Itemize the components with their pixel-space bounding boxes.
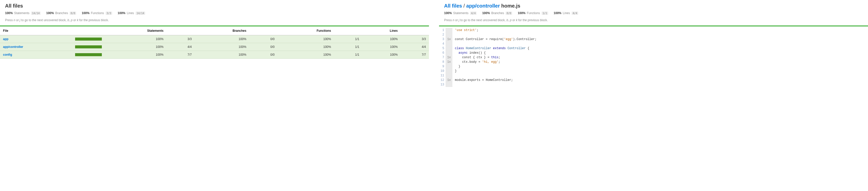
branches-frac: 0/0	[249, 43, 278, 51]
col-lines[interactable]: Lines	[363, 27, 401, 35]
functions-pct: 100%	[278, 35, 334, 43]
stats-line: 100% Statements 14/14 100% Branches 0/0 …	[5, 11, 424, 15]
table-row: app/controller100%4/4100%0/0100%1/1100%4…	[0, 43, 429, 51]
col-chart	[72, 27, 105, 35]
stat-functions: 100% Functions 3/3	[82, 11, 112, 15]
statements-frac: 3/3	[166, 35, 195, 43]
lines-pct: 100%	[363, 43, 401, 51]
lines-frac: 7/7	[401, 51, 429, 59]
coverage-file-panel: All files / app/controller home.js 100% …	[439, 0, 868, 87]
breadcrumb-root[interactable]: All files	[444, 3, 462, 8]
page-title: All files	[5, 3, 424, 9]
breadcrumb-file: home.js	[501, 3, 521, 8]
chart-cell	[72, 35, 105, 43]
breadcrumb: All files / app/controller home.js	[444, 3, 863, 9]
stat-statements: 100% Statements 4/4	[444, 11, 476, 15]
coverage-bar-fill	[75, 45, 102, 49]
statements-frac: 7/7	[166, 51, 195, 59]
lines-pct: 100%	[363, 51, 401, 59]
branches-pct: 100%	[195, 43, 249, 51]
statements-pct: 100%	[105, 35, 166, 43]
coverage-summary-panel: All files 100% Statements 14/14 100% Bra…	[0, 0, 429, 87]
keyboard-hint: Press n or j to go to the next uncovered…	[5, 19, 424, 22]
keyboard-hint: Press n or j to go to the next uncovered…	[444, 19, 863, 22]
functions-frac: 1/1	[334, 51, 362, 59]
chart-cell	[72, 51, 105, 59]
stat-lines: 100% Lines 14/14	[118, 11, 145, 15]
stat-branches: 100% Branches 0/0	[482, 11, 512, 15]
branches-frac: 0/0	[249, 51, 278, 59]
hit-count-gutter: 1x 1x1x 1x	[445, 28, 452, 87]
stat-branches: 100% Branches 0/0	[46, 11, 76, 15]
lines-pct: 100%	[363, 35, 401, 43]
statements-frac: 4/4	[166, 43, 195, 51]
col-branches-frac	[249, 27, 278, 35]
file-link[interactable]: config	[3, 53, 12, 57]
statements-pct: 100%	[105, 51, 166, 59]
file-link[interactable]: app/controller	[3, 45, 23, 49]
coverage-bar-fill	[75, 53, 102, 56]
col-statements-frac	[166, 27, 195, 35]
col-functions[interactable]: Functions	[278, 27, 334, 35]
functions-pct: 100%	[278, 43, 334, 51]
functions-frac: 1/1	[334, 43, 362, 51]
col-functions-frac	[334, 27, 362, 35]
branches-pct: 100%	[195, 35, 249, 43]
stat-functions: 100% Functions 1/1	[518, 11, 548, 15]
coverage-bar-fill	[75, 37, 102, 40]
file-cell: config	[0, 51, 72, 59]
source-code: 'use strict'; const Controller = require…	[453, 28, 536, 87]
breadcrumb-folder[interactable]: app/controller	[466, 3, 500, 8]
file-cell: app	[0, 35, 72, 43]
source-viewer: 12345678910111213 1x 1x1x 1x 'use strict…	[439, 27, 868, 87]
stats-line: 100% Statements 4/4 100% Branches 0/0 10…	[444, 11, 863, 15]
stat-statements: 100% Statements 14/14	[5, 11, 40, 15]
chart-cell	[72, 43, 105, 51]
statements-pct: 100%	[105, 43, 166, 51]
functions-frac: 1/1	[334, 35, 362, 43]
col-branches[interactable]: Branches	[195, 27, 249, 35]
table-row: app100%3/3100%0/0100%1/1100%3/3	[0, 35, 429, 43]
table-row: config100%7/7100%0/0100%1/1100%7/7	[0, 51, 429, 59]
col-statements[interactable]: Statements	[105, 27, 166, 35]
coverage-table: File Statements Branches Functions Lines…	[0, 27, 429, 59]
stat-lines: 100% Lines 4/4	[554, 11, 578, 15]
lines-frac: 4/4	[401, 43, 429, 51]
functions-pct: 100%	[278, 51, 334, 59]
file-cell: app/controller	[0, 43, 72, 51]
branches-frac: 0/0	[249, 35, 278, 43]
col-lines-frac	[401, 27, 429, 35]
file-link[interactable]: app	[3, 37, 8, 41]
lines-frac: 3/3	[401, 35, 429, 43]
branches-pct: 100%	[195, 51, 249, 59]
line-number-gutter: 12345678910111213	[439, 28, 445, 87]
col-file[interactable]: File	[0, 27, 72, 35]
